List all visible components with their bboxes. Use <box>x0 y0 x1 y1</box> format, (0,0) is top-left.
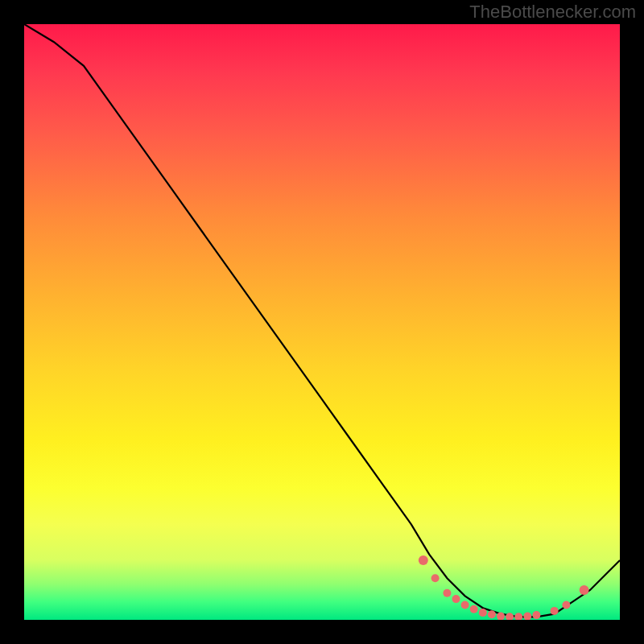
highlight-dot <box>419 555 428 565</box>
highlight-dot <box>431 574 440 582</box>
highlight-dot <box>461 601 469 609</box>
highlight-dot <box>562 601 570 609</box>
highlight-dot <box>443 589 451 597</box>
highlight-dot <box>580 585 589 595</box>
highlight-dots <box>419 555 589 620</box>
highlight-dot <box>551 607 559 615</box>
highlight-dot <box>452 595 460 603</box>
chart-svg <box>24 24 620 620</box>
curve-line <box>24 24 620 617</box>
highlight-dot <box>523 613 531 620</box>
highlight-dot <box>506 613 514 620</box>
highlight-dot <box>470 605 478 613</box>
highlight-dot <box>532 611 540 619</box>
highlight-dot <box>479 609 487 617</box>
highlight-dot <box>514 613 522 620</box>
plot-area <box>24 24 620 620</box>
attribution-label: TheBottlenecker.com <box>469 2 636 23</box>
highlight-dot <box>488 610 496 618</box>
